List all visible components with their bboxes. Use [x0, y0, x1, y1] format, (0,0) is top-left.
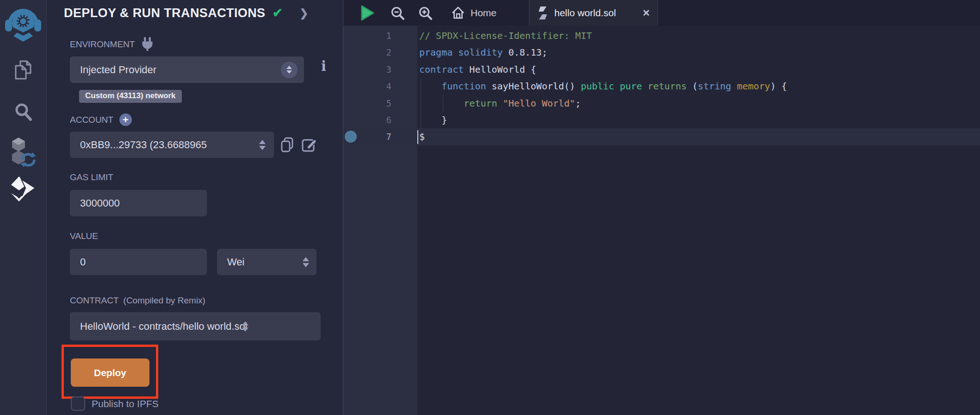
code-line[interactable]: function sayHelloWorld() public pure ret…: [419, 78, 980, 94]
publish-to-ipfs-checkbox[interactable]: [71, 396, 85, 411]
sidebar-item-solidity-compiler[interactable]: [0, 137, 46, 167]
code-content[interactable]: // SPDX-License-Identifier: MITpragma so…: [419, 27, 980, 145]
line-number[interactable]: 6: [343, 112, 391, 128]
copy-icon: [280, 137, 295, 153]
select-caret-icon: [242, 321, 248, 332]
select-caret-icon: [259, 140, 266, 150]
file-explorer-icon: [13, 59, 33, 81]
search-icon: [13, 101, 33, 122]
icon-sidebar: [0, 0, 47, 415]
contract-label: CONTRACT: [70, 296, 119, 306]
deploy-button[interactable]: Deploy: [71, 358, 149, 387]
add-account-icon[interactable]: +: [119, 113, 132, 126]
contract-select[interactable]: HelloWorld - contracts/hello world.sol: [70, 312, 321, 340]
code-line[interactable]: pragma solidity 0.8.13;: [419, 44, 980, 61]
deploy-and-run-icon: [9, 176, 37, 202]
select-caret-icon: [303, 257, 309, 267]
sidebar-item-search[interactable]: [0, 100, 46, 123]
code-line[interactable]: }: [419, 112, 980, 128]
solidity-file-icon: [537, 6, 549, 20]
value-unit: Wei: [217, 256, 245, 268]
tab-hello-world-sol[interactable]: hello world.sol ✕: [529, 0, 658, 25]
success-check-icon: ✔: [273, 6, 283, 20]
deploy-run-panel: DEPLOY & RUN TRANSACTIONS ✔ ❯ ENVIRONMEN…: [47, 0, 343, 415]
code-line[interactable]: contract HelloWorld {: [419, 61, 980, 78]
collapse-panel-chevron-icon[interactable]: ❯: [299, 7, 308, 19]
zoom-in-icon: [418, 6, 434, 21]
gas-limit-value: 3000000: [70, 197, 120, 209]
tab-home-label: Home: [471, 7, 496, 19]
line-number[interactable]: 1: [343, 27, 391, 44]
value-unit-select[interactable]: Wei: [217, 249, 316, 275]
remix-logo[interactable]: [0, 4, 46, 43]
text-cursor: [417, 130, 418, 144]
code-line[interactable]: return "Hello World";: [419, 95, 980, 112]
gas-limit-label: GAS LIMIT: [70, 172, 113, 182]
line-number[interactable]: 7: [343, 128, 391, 145]
account-value: 0xBB9...29733 (23.6688965: [70, 139, 211, 151]
panel-title: DEPLOY & RUN TRANSACTIONS: [64, 6, 266, 20]
code-line[interactable]: $: [419, 128, 980, 145]
network-badge: Custom (43113) network: [79, 90, 182, 103]
sidebar-item-file-explorer[interactable]: [0, 58, 46, 82]
sidebar-item-deploy-and-run[interactable]: [0, 175, 46, 203]
contract-label-row: CONTRACT (Compiled by Remix): [70, 296, 205, 306]
publish-to-ipfs-label: Publish to IPFS: [92, 398, 159, 409]
zoom-out-button[interactable]: [390, 6, 406, 23]
run-script-button[interactable]: [358, 4, 376, 24]
account-select[interactable]: 0xBB9...29733 (23.6688965: [70, 132, 274, 158]
editor-tabbar: Home hello world.sol ✕: [343, 0, 980, 25]
code-line[interactable]: // SPDX-License-Identifier: MIT: [419, 27, 980, 44]
home-icon: [451, 6, 465, 20]
line-numbers: 1234567: [343, 27, 391, 145]
environment-label-row: ENVIRONMENT: [70, 37, 154, 51]
remix-ide-window: DEPLOY & RUN TRANSACTIONS ✔ ❯ ENVIRONMEN…: [0, 0, 980, 415]
zoom-out-icon: [390, 6, 406, 21]
account-label-row: ACCOUNT +: [70, 113, 132, 126]
contract-sublabel: (Compiled by Remix): [124, 296, 205, 306]
remix-logo-icon: [4, 4, 42, 43]
value-label: VALUE: [70, 231, 98, 241]
environment-select[interactable]: Injected Provider: [70, 57, 304, 83]
zoom-in-button[interactable]: [418, 6, 434, 23]
solidity-compiler-icon: [8, 137, 38, 167]
line-number[interactable]: 2: [343, 44, 391, 61]
panel-header: DEPLOY & RUN TRANSACTIONS ✔ ❯: [64, 6, 308, 20]
environment-label: ENVIRONMENT: [70, 39, 135, 50]
edit-icon: [301, 136, 318, 153]
value-input[interactable]: 0: [70, 249, 207, 275]
environment-info-icon[interactable]: i: [321, 58, 326, 74]
line-number[interactable]: 4: [343, 78, 391, 94]
tab-home[interactable]: Home: [451, 0, 496, 25]
contract-value: HelloWorld - contracts/hello world.sol: [70, 321, 248, 333]
tab-label: hello world.sol: [554, 7, 616, 19]
plug-icon: [141, 37, 154, 51]
play-icon: [358, 4, 376, 22]
line-number[interactable]: 3: [343, 61, 391, 78]
close-tab-icon[interactable]: ✕: [642, 7, 650, 19]
account-label: ACCOUNT: [70, 115, 113, 125]
code-editor: Home hello world.sol ✕ 1234567 // SPDX-L…: [343, 0, 980, 415]
line-number[interactable]: 5: [343, 95, 391, 112]
select-caret-icon: [281, 62, 298, 78]
edit-account-button[interactable]: [301, 136, 318, 155]
environment-value: Injected Provider: [70, 64, 156, 76]
copy-account-button[interactable]: [280, 137, 295, 155]
value-amount: 0: [70, 256, 86, 268]
gas-limit-input[interactable]: 3000000: [70, 190, 207, 216]
